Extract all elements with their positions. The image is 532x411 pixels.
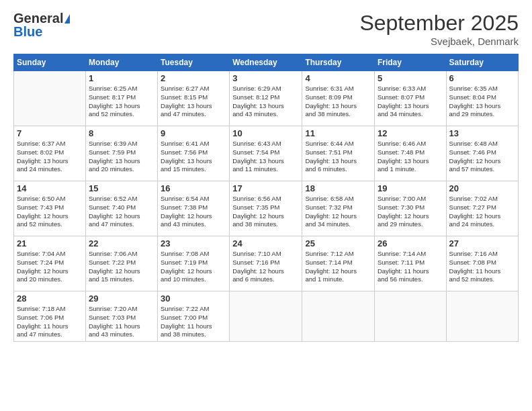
day-number: 5 — [378, 73, 443, 83]
day-info: Sunrise: 7:00 AM Sunset: 7:30 PM Dayligh… — [378, 195, 443, 229]
calendar-cell: 25Sunrise: 7:12 AM Sunset: 7:14 PM Dayli… — [302, 236, 375, 291]
weekday-header-sunday: Sunday — [14, 54, 86, 71]
day-info: Sunrise: 7:04 AM Sunset: 7:24 PM Dayligh… — [17, 250, 83, 284]
day-info: Sunrise: 6:39 AM Sunset: 7:59 PM Dayligh… — [89, 140, 154, 174]
day-info: Sunrise: 6:35 AM Sunset: 8:04 PM Dayligh… — [449, 85, 515, 119]
calendar-cell: 28Sunrise: 7:18 AM Sunset: 7:06 PM Dayli… — [14, 291, 86, 342]
day-number: 25 — [305, 238, 371, 248]
day-number: 22 — [89, 238, 154, 248]
week-row-5: 28Sunrise: 7:18 AM Sunset: 7:06 PM Dayli… — [14, 291, 519, 342]
day-info: Sunrise: 6:54 AM Sunset: 7:38 PM Dayligh… — [161, 195, 226, 229]
day-number: 30 — [161, 293, 226, 304]
day-info: Sunrise: 6:52 AM Sunset: 7:40 PM Dayligh… — [89, 195, 154, 229]
day-number: 14 — [17, 183, 83, 193]
header: General Blue September 2025 Svejbaek, De… — [13, 11, 519, 47]
day-info: Sunrise: 6:31 AM Sunset: 8:09 PM Dayligh… — [305, 85, 371, 119]
weekday-header-thursday: Thursday — [302, 54, 375, 71]
calendar-cell: 23Sunrise: 7:08 AM Sunset: 7:19 PM Dayli… — [158, 236, 230, 291]
day-info: Sunrise: 6:33 AM Sunset: 8:07 PM Dayligh… — [378, 85, 443, 119]
calendar-cell: 1Sunrise: 6:25 AM Sunset: 8:17 PM Daylig… — [85, 71, 157, 126]
month-title: September 2025 — [359, 11, 519, 36]
logo-blue: Blue — [13, 24, 42, 40]
day-info: Sunrise: 7:02 AM Sunset: 7:27 PM Dayligh… — [449, 195, 515, 229]
week-row-3: 14Sunrise: 6:50 AM Sunset: 7:43 PM Dayli… — [14, 181, 519, 236]
day-info: Sunrise: 6:50 AM Sunset: 7:43 PM Dayligh… — [17, 195, 83, 229]
day-number: 26 — [378, 238, 443, 248]
day-info: Sunrise: 6:58 AM Sunset: 7:32 PM Dayligh… — [305, 195, 371, 229]
calendar-cell: 5Sunrise: 6:33 AM Sunset: 8:07 PM Daylig… — [374, 71, 446, 126]
calendar-cell: 18Sunrise: 6:58 AM Sunset: 7:32 PM Dayli… — [302, 181, 375, 236]
day-number: 20 — [449, 183, 515, 193]
calendar-cell — [446, 291, 518, 342]
day-info: Sunrise: 6:29 AM Sunset: 8:12 PM Dayligh… — [232, 85, 299, 119]
day-info: Sunrise: 6:48 AM Sunset: 7:46 PM Dayligh… — [449, 140, 515, 174]
calendar-cell: 12Sunrise: 6:46 AM Sunset: 7:48 PM Dayli… — [374, 126, 446, 181]
calendar: SundayMondayTuesdayWednesdayThursdayFrid… — [13, 54, 519, 342]
day-info: Sunrise: 6:46 AM Sunset: 7:48 PM Dayligh… — [378, 140, 443, 174]
week-row-2: 7Sunrise: 6:37 AM Sunset: 8:02 PM Daylig… — [14, 126, 519, 181]
day-number: 17 — [232, 183, 299, 193]
calendar-cell: 19Sunrise: 7:00 AM Sunset: 7:30 PM Dayli… — [374, 181, 446, 236]
title-area: September 2025 Svejbaek, Denmark — [359, 11, 519, 47]
weekday-header-tuesday: Tuesday — [158, 54, 230, 71]
page: General Blue September 2025 Svejbaek, De… — [0, 0, 532, 411]
day-info: Sunrise: 6:25 AM Sunset: 8:17 PM Dayligh… — [89, 85, 154, 119]
calendar-cell: 30Sunrise: 7:22 AM Sunset: 7:00 PM Dayli… — [158, 291, 230, 342]
calendar-cell: 13Sunrise: 6:48 AM Sunset: 7:46 PM Dayli… — [446, 126, 518, 181]
day-number: 18 — [305, 183, 371, 193]
weekday-header-monday: Monday — [85, 54, 157, 71]
calendar-cell: 3Sunrise: 6:29 AM Sunset: 8:12 PM Daylig… — [230, 71, 302, 126]
day-number: 6 — [449, 73, 515, 83]
day-number: 16 — [161, 183, 226, 193]
calendar-cell: 26Sunrise: 7:14 AM Sunset: 7:11 PM Dayli… — [374, 236, 446, 291]
day-info: Sunrise: 7:22 AM Sunset: 7:00 PM Dayligh… — [161, 305, 226, 339]
day-info: Sunrise: 6:43 AM Sunset: 7:54 PM Dayligh… — [232, 140, 299, 174]
day-number: 8 — [89, 128, 154, 138]
day-number: 13 — [449, 128, 515, 138]
calendar-cell: 11Sunrise: 6:44 AM Sunset: 7:51 PM Dayli… — [302, 126, 375, 181]
day-info: Sunrise: 7:14 AM Sunset: 7:11 PM Dayligh… — [378, 250, 443, 284]
day-number: 2 — [161, 73, 226, 83]
day-number: 12 — [378, 128, 443, 138]
calendar-cell — [374, 291, 446, 342]
day-number: 9 — [161, 128, 226, 138]
day-info: Sunrise: 7:16 AM Sunset: 7:08 PM Dayligh… — [449, 250, 515, 284]
day-info: Sunrise: 6:56 AM Sunset: 7:35 PM Dayligh… — [232, 195, 299, 229]
day-info: Sunrise: 7:20 AM Sunset: 7:03 PM Dayligh… — [89, 305, 154, 339]
day-info: Sunrise: 6:41 AM Sunset: 7:56 PM Dayligh… — [161, 140, 226, 174]
calendar-cell: 16Sunrise: 6:54 AM Sunset: 7:38 PM Dayli… — [158, 181, 230, 236]
day-number: 15 — [89, 183, 154, 193]
day-info: Sunrise: 7:12 AM Sunset: 7:14 PM Dayligh… — [305, 250, 371, 284]
calendar-cell: 15Sunrise: 6:52 AM Sunset: 7:40 PM Dayli… — [85, 181, 157, 236]
calendar-cell — [230, 291, 302, 342]
location: Svejbaek, Denmark — [359, 36, 519, 47]
logo-triangle-icon — [64, 14, 70, 24]
day-number: 27 — [449, 238, 515, 248]
calendar-cell: 29Sunrise: 7:20 AM Sunset: 7:03 PM Dayli… — [85, 291, 157, 342]
weekday-header-saturday: Saturday — [446, 54, 518, 71]
logo: General Blue — [13, 11, 70, 40]
day-info: Sunrise: 6:27 AM Sunset: 8:15 PM Dayligh… — [161, 85, 226, 119]
calendar-cell: 6Sunrise: 6:35 AM Sunset: 8:04 PM Daylig… — [446, 71, 518, 126]
day-info: Sunrise: 6:44 AM Sunset: 7:51 PM Dayligh… — [305, 140, 371, 174]
day-number: 7 — [17, 128, 83, 138]
calendar-cell — [14, 71, 86, 126]
weekday-header-row: SundayMondayTuesdayWednesdayThursdayFrid… — [14, 54, 519, 71]
calendar-cell: 20Sunrise: 7:02 AM Sunset: 7:27 PM Dayli… — [446, 181, 518, 236]
calendar-cell: 9Sunrise: 6:41 AM Sunset: 7:56 PM Daylig… — [158, 126, 230, 181]
day-info: Sunrise: 7:06 AM Sunset: 7:22 PM Dayligh… — [89, 250, 154, 284]
day-number: 19 — [378, 183, 443, 193]
day-number: 24 — [232, 238, 299, 248]
calendar-cell — [302, 291, 375, 342]
calendar-cell: 22Sunrise: 7:06 AM Sunset: 7:22 PM Dayli… — [85, 236, 157, 291]
calendar-cell: 4Sunrise: 6:31 AM Sunset: 8:09 PM Daylig… — [302, 71, 375, 126]
calendar-cell: 24Sunrise: 7:10 AM Sunset: 7:16 PM Dayli… — [230, 236, 302, 291]
calendar-cell: 17Sunrise: 6:56 AM Sunset: 7:35 PM Dayli… — [230, 181, 302, 236]
calendar-cell: 8Sunrise: 6:39 AM Sunset: 7:59 PM Daylig… — [85, 126, 157, 181]
day-info: Sunrise: 7:08 AM Sunset: 7:19 PM Dayligh… — [161, 250, 226, 284]
day-number: 21 — [17, 238, 83, 248]
day-info: Sunrise: 7:18 AM Sunset: 7:06 PM Dayligh… — [17, 305, 83, 339]
day-number: 4 — [305, 73, 371, 83]
day-info: Sunrise: 6:37 AM Sunset: 8:02 PM Dayligh… — [17, 140, 83, 174]
day-number: 29 — [89, 293, 154, 304]
